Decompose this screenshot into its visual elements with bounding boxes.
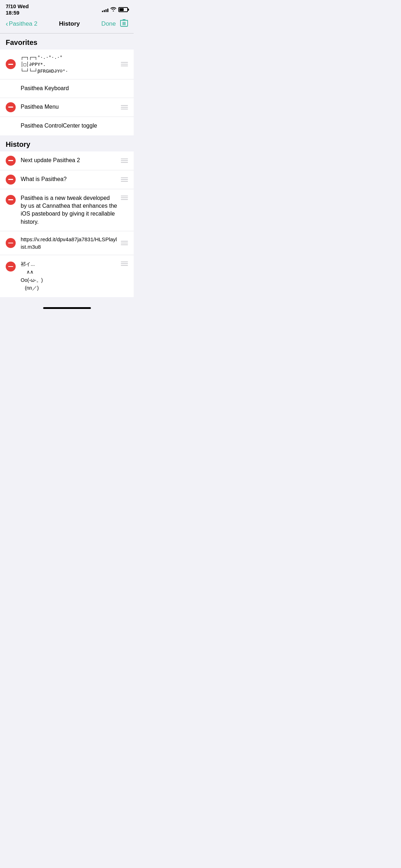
favorites-list: ┌─┐┌─┐°·.·°·.·° │□│∂PPY*. └─┘└─┘βFRGHD∂Y… — [0, 50, 134, 135]
item-content: Pasithea Menu — [21, 103, 117, 111]
list-item: Next update Pasithea 2 — [0, 151, 134, 170]
drag-handle-icon[interactable] — [121, 62, 128, 66]
status-time: 7/10 Wed18:59 — [6, 3, 29, 16]
signal-icon — [102, 7, 108, 12]
list-item: ┌─┐┌─┐°·.·°·.·° │□│∂PPY*. └─┘└─┘βFRGHD∂Y… — [0, 50, 134, 79]
done-button[interactable]: Done — [101, 20, 116, 27]
back-label: Pasithea 2 — [9, 20, 37, 27]
wifi-icon — [110, 7, 116, 12]
history-section-header: History — [0, 135, 134, 151]
list-item: Pasithea Keyboard — [0, 79, 134, 98]
item-content: Pasithea is a new tweak developed by us … — [21, 194, 117, 226]
item-content: Next update Pasithea 2 — [21, 156, 117, 164]
drag-handle-icon[interactable] — [121, 196, 128, 200]
drag-handle-icon[interactable] — [121, 105, 128, 109]
back-button[interactable]: ‹ Pasithea 2 — [6, 20, 37, 28]
nav-bar: ‹ Pasithea 2 History Done — [0, 16, 134, 33]
list-item: 祁イ... ∧∧ Oo(-ω-。) (nn／) — [0, 255, 134, 297]
trash-button[interactable] — [120, 19, 128, 29]
delete-button[interactable] — [6, 262, 16, 272]
delete-button[interactable] — [6, 195, 16, 205]
item-content: What is Pasithea? — [21, 175, 117, 183]
list-item: Pasithea is a new tweak developed by us … — [0, 189, 134, 232]
back-chevron-icon: ‹ — [6, 20, 8, 28]
delete-button[interactable] — [6, 102, 16, 112]
battery-icon — [118, 7, 128, 12]
drag-handle-icon[interactable] — [121, 241, 128, 245]
item-content: https://v.redd.it/dpv4a87ja7831/HLSPlayl… — [21, 236, 117, 250]
list-item: What is Pasithea? — [0, 170, 134, 189]
item-content: ┌─┐┌─┐°·.·°·.·° │□│∂PPY*. └─┘└─┘βFRGHD∂Y… — [21, 54, 117, 75]
list-item: Pasithea ControlCenter toggle — [0, 117, 134, 135]
home-bar — [43, 307, 91, 309]
nav-title: History — [37, 20, 101, 27]
drag-handle-icon[interactable] — [121, 262, 128, 266]
delete-button[interactable] — [6, 175, 16, 185]
delete-button[interactable] — [6, 156, 16, 166]
nav-right-buttons: Done — [101, 19, 128, 29]
home-indicator — [0, 304, 134, 310]
list-item: https://v.redd.it/dpv4a87ja7831/HLSPlayl… — [0, 231, 134, 255]
status-bar: 7/10 Wed18:59 — [0, 0, 134, 16]
item-content: 祁イ... ∧∧ Oo(-ω-。) (nn／) — [21, 260, 117, 292]
delete-button[interactable] — [6, 238, 16, 248]
drag-handle-icon[interactable] — [121, 177, 128, 182]
history-list: Next update Pasithea 2 What is Pasithea?… — [0, 151, 134, 297]
item-content: Pasithea Keyboard — [21, 84, 128, 92]
favorites-section-header: Favorites — [0, 33, 134, 50]
delete-button[interactable] — [6, 59, 16, 69]
list-item: Pasithea Menu — [0, 98, 134, 117]
drag-handle-icon[interactable] — [121, 159, 128, 163]
status-icons — [102, 7, 128, 12]
item-content: Pasithea ControlCenter toggle — [21, 122, 128, 130]
